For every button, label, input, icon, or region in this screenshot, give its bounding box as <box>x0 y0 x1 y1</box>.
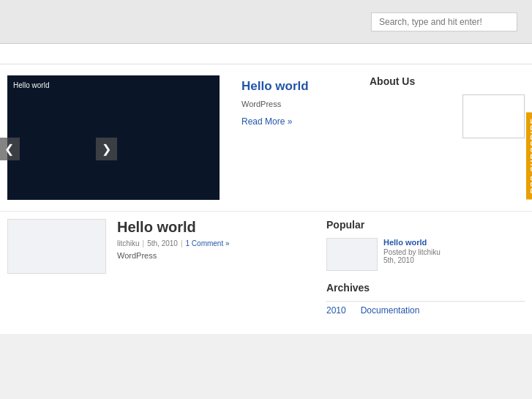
search-input[interactable] <box>371 12 517 31</box>
sidebar-bottom: Popular Hello world Posted by litchiku 5… <box>326 219 525 327</box>
about-box <box>462 94 525 138</box>
popular-title: Popular <box>326 219 525 231</box>
popular-item: Hello world Posted by litchiku 5th, 2010 <box>326 238 525 271</box>
featured-section: ❮ Hello world ❯ <box>7 75 231 200</box>
post-author: litchiku <box>117 239 140 247</box>
meta-separator-2: | <box>181 239 183 247</box>
post-content: Hello world litchiku | 5th, 2010 | 1 Com… <box>117 219 315 327</box>
next-button[interactable]: ❯ <box>96 138 117 160</box>
popular-item-info: Hello world Posted by litchiku 5th, 2010 <box>383 238 441 264</box>
sidebar: About Us RSS SUBSCRIBE <box>370 75 525 200</box>
nav-bar <box>0 44 532 64</box>
post-meta: litchiku | 5th, 2010 | 1 Comment » <box>117 239 315 247</box>
post-title: Hello world <box>117 219 315 236</box>
popular-post-title-link[interactable]: Hello world <box>383 238 441 247</box>
post-thumbnail <box>7 219 106 274</box>
archives-section: Archives 2010 Documentation <box>326 282 525 316</box>
header <box>0 0 532 44</box>
featured-image-label: Hello world <box>13 81 49 89</box>
popular-post-date: 5th, 2010 <box>383 256 441 264</box>
archives-row: 2010 Documentation <box>326 301 525 316</box>
read-more-link[interactable]: Read More » <box>241 116 292 127</box>
popular-post-author: Posted by litchiku <box>383 248 441 256</box>
content-area: ❮ Hello world ❯ Hello world WordPress Re… <box>0 64 532 211</box>
featured-category: WordPress <box>241 100 359 108</box>
archives-title: Archives <box>326 282 525 294</box>
post-category: WordPress <box>117 251 315 260</box>
popular-thumb <box>326 238 378 271</box>
popular-section: Popular Hello world Posted by litchiku 5… <box>326 219 525 271</box>
archive-doc-link[interactable]: Documentation <box>361 305 420 316</box>
featured-title-link[interactable]: Hello world <box>241 79 359 94</box>
middle-section: Hello world WordPress Read More » <box>241 75 359 200</box>
post-comment-link[interactable]: 1 Comment » <box>186 239 230 247</box>
about-title: About Us <box>370 75 525 87</box>
posts-area: Hello world litchiku | 5th, 2010 | 1 Com… <box>0 211 532 334</box>
archive-year-link[interactable]: 2010 <box>326 305 346 316</box>
meta-separator-1: | <box>143 239 145 247</box>
prev-button[interactable]: ❮ <box>0 138 20 160</box>
post-date: 5th, 2010 <box>147 239 178 247</box>
rss-subscribe-tab[interactable]: RSS SUBSCRIBE <box>526 112 532 199</box>
